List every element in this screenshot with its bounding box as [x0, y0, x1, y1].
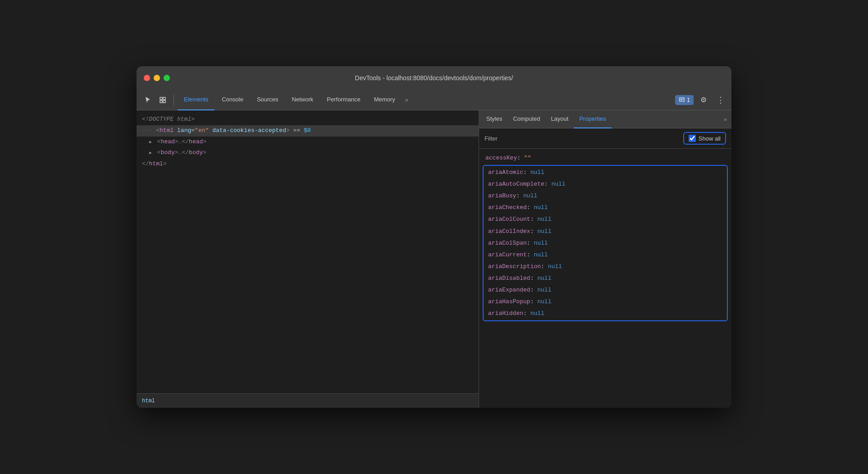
tab-styles[interactable]: Styles	[481, 110, 507, 128]
prop-aria-busy: ariaBusy: null	[484, 190, 727, 202]
prop-aria-col-count: ariaColCount: null	[484, 214, 727, 225]
filter-bar: Filter Show all	[479, 128, 731, 149]
right-more-tabs-button[interactable]: »	[721, 114, 730, 124]
breadcrumb: html	[137, 393, 479, 408]
titlebar: DevTools - localhost:8080/docs/devtools/…	[137, 66, 731, 90]
dom-doctype: <!DOCTYPE html>	[137, 114, 479, 125]
dom-tree: <!DOCTYPE html> ··· <html lang="en" data…	[137, 110, 479, 393]
feedback-badge-button[interactable]: 1	[675, 95, 694, 105]
prop-aria-col-index: ariaColIndex: null	[484, 226, 727, 237]
toolbar-right: 1 ⚙ ⋮	[675, 93, 728, 107]
inspect-icon[interactable]	[155, 93, 170, 107]
settings-button[interactable]: ⚙	[696, 93, 711, 107]
tab-layout[interactable]: Layout	[545, 110, 574, 128]
highlighted-properties-block: ariaAtomic: null ariaAutoComplete: null …	[483, 165, 728, 321]
tab-properties[interactable]: Properties	[574, 110, 611, 128]
traffic-lights	[144, 75, 170, 81]
prop-aria-atomic: ariaAtomic: null	[484, 167, 727, 178]
show-all-container: Show all	[683, 132, 726, 145]
more-menu-button[interactable]: ⋮	[713, 93, 728, 107]
prop-aria-autocomplete: ariaAutoComplete: null	[484, 178, 727, 190]
prop-aria-has-popup: ariaHasPopup: null	[484, 296, 727, 308]
prop-aria-col-span: ariaColSpan: null	[484, 237, 727, 249]
devtools-window: DevTools - localhost:8080/docs/devtools/…	[137, 66, 731, 408]
prop-aria-description: ariaDescription: null	[484, 261, 727, 273]
filter-label: Filter	[484, 135, 680, 142]
dom-html-tag[interactable]: ··· <html lang="en" data-cookies-accepte…	[137, 125, 479, 137]
maximize-button[interactable]	[164, 75, 170, 81]
show-all-label[interactable]: Show all	[699, 135, 721, 142]
prop-aria-hidden: ariaHidden: null	[484, 308, 727, 319]
more-tabs-button[interactable]: »	[402, 95, 411, 105]
svg-rect-3	[163, 100, 165, 103]
prop-access-key: accessKey: ""	[479, 152, 731, 164]
prop-aria-expanded: ariaExpanded: null	[484, 284, 727, 296]
tab-elements[interactable]: Elements	[178, 90, 215, 110]
toolbar-divider	[174, 95, 174, 105]
elements-panel: <!DOCTYPE html> ··· <html lang="en" data…	[137, 110, 479, 408]
dom-html-close: </html>	[137, 159, 479, 170]
minimize-button[interactable]	[154, 75, 160, 81]
svg-rect-1	[163, 97, 165, 100]
svg-rect-0	[160, 97, 162, 100]
tab-performance[interactable]: Performance	[320, 90, 366, 110]
toolbar: Elements Console Sources Network Perform…	[137, 90, 731, 110]
main-area: <!DOCTYPE html> ··· <html lang="en" data…	[137, 110, 731, 408]
prop-aria-disabled: ariaDisabled: null	[484, 273, 727, 284]
prop-aria-current: ariaCurrent: null	[484, 249, 727, 261]
tab-console[interactable]: Console	[215, 90, 250, 110]
tab-sources[interactable]: Sources	[251, 90, 285, 110]
cursor-icon[interactable]	[140, 93, 155, 107]
prop-aria-checked: ariaChecked: null	[484, 202, 727, 214]
properties-panel: Styles Computed Layout Properties » Filt…	[479, 110, 731, 408]
window-title: DevTools - localhost:8080/docs/devtools/…	[355, 74, 513, 82]
right-tab-bar: Styles Computed Layout Properties »	[479, 110, 731, 128]
close-button[interactable]	[144, 75, 150, 81]
dom-head[interactable]: ▶ <head>…</head>	[137, 137, 479, 148]
properties-content: accessKey: "" ariaAtomic: null ariaAutoC…	[479, 149, 731, 408]
tab-computed[interactable]: Computed	[507, 110, 545, 128]
svg-rect-2	[160, 100, 162, 103]
tab-network[interactable]: Network	[286, 90, 320, 110]
dom-body[interactable]: ▶ <body>…</body>	[137, 147, 479, 159]
tab-memory[interactable]: Memory	[368, 90, 402, 110]
show-all-checkbox[interactable]	[689, 135, 696, 142]
